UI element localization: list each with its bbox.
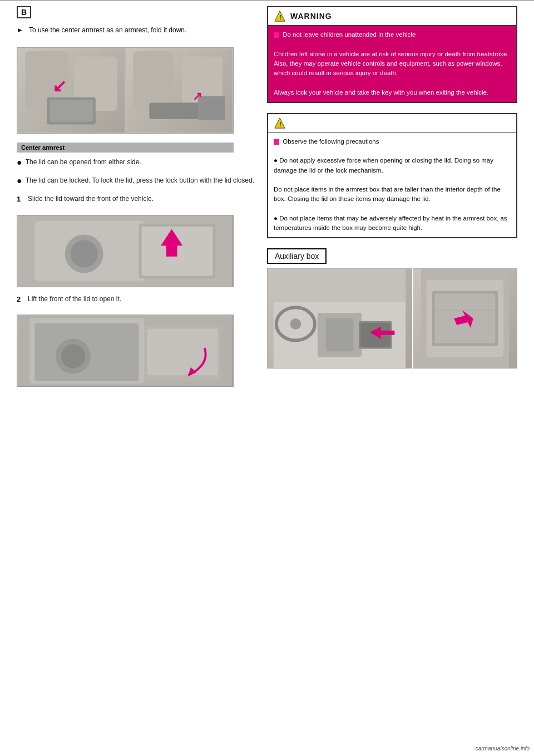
- armrest-right-image: ↗: [125, 48, 233, 133]
- svg-text:!: !: [279, 14, 281, 21]
- warning-body: Do not leave children unattended in the …: [268, 26, 516, 102]
- caution-line-3: Do not place items that may be adversely…: [274, 215, 507, 231]
- bullet-2: ● The lid can be locked. To lock the lid…: [17, 175, 256, 186]
- auxiliary-box-label: Auxiliary box: [267, 248, 327, 264]
- step-2: 2 Lift the front of the lid to open it.: [17, 294, 256, 305]
- section-b-description: To use the center armrest as an armrest,…: [29, 25, 256, 35]
- bullet-1: ● The lid can be opened from either side…: [17, 157, 256, 168]
- warning-body-text: Do not leave children unattended in the …: [274, 30, 511, 97]
- auxiliary-box-image: [267, 268, 517, 369]
- cupholder-image-2: [17, 315, 234, 387]
- right-column: ! WARNING Do not leave children unattend…: [267, 6, 517, 389]
- page-container: B ► To use the center armrest as an armr…: [0, 0, 534, 756]
- caution-body: Observe the following precautions ● Do n…: [268, 132, 516, 238]
- left-column: B ► To use the center armrest as an armr…: [17, 6, 256, 389]
- warning-square-icon: [274, 32, 279, 38]
- armrest-caption: Center armrest: [17, 143, 234, 153]
- step-1: 1 Slide the lid toward the front of the …: [17, 194, 256, 205]
- aux-right-svg: [413, 269, 517, 368]
- caution-triangle-icon: !: [274, 117, 286, 129]
- step-1-num: 1: [17, 194, 24, 205]
- svg-point-21: [61, 345, 85, 369]
- armrest-right-svg: ↗: [126, 48, 233, 132]
- cupholder-svg-1: [17, 215, 233, 287]
- svg-rect-3: [50, 100, 93, 122]
- warning-line-2: Children left alone in a vehicle are at …: [274, 51, 509, 77]
- caution-bullet-dot-1: ●: [274, 157, 278, 164]
- arrow-icon: ►: [17, 25, 23, 35]
- aux-image-right: [412, 268, 517, 369]
- caution-body-text: Observe the following precautions ● Do n…: [274, 137, 511, 233]
- svg-text:↗: ↗: [192, 90, 202, 103]
- caution-square-icon: [274, 139, 279, 145]
- caution-bullet-dot-2: ●: [274, 215, 278, 222]
- warning-triangle-icon: !: [274, 10, 286, 22]
- step-2-text: Lift the front of the lid to open it.: [28, 294, 256, 304]
- warning-line-3: Always lock your vehicle and take the ke…: [274, 89, 488, 96]
- step-1-text: Slide the lid toward the front of the ve…: [28, 194, 256, 204]
- bullet-dot-1: ●: [17, 157, 22, 168]
- armrest-image: ↙ ↗: [17, 47, 234, 134]
- watermark: carmanualsonline.info: [476, 745, 530, 752]
- cupholder-svg-2: [17, 315, 233, 386]
- bullet-2-text: The lid can be locked. To lock the lid, …: [26, 175, 256, 185]
- svg-rect-5: [133, 51, 174, 111]
- step-2-num: 2: [17, 294, 24, 305]
- svg-point-37: [290, 318, 301, 330]
- svg-point-13: [71, 240, 98, 267]
- caution-heading: Observe the following precautions: [283, 138, 379, 145]
- armrest-left-image: ↙: [17, 48, 125, 133]
- section-b-box: B: [17, 6, 31, 18]
- caution-box: ! Observe the following precautions ● Do…: [267, 113, 517, 239]
- bullet-dot-2: ●: [17, 175, 22, 186]
- caution-line-1: Do not apply excessive force when openin…: [274, 157, 493, 173]
- caution-header: !: [268, 114, 516, 132]
- svg-rect-23: [147, 329, 218, 376]
- caution-line-2: Do not place items in the armrest box th…: [274, 186, 501, 202]
- section-b-header: B: [17, 6, 256, 18]
- svg-text:!: !: [279, 121, 281, 127]
- aux-image-left: [267, 268, 412, 369]
- auxiliary-box-section: Auxiliary box: [267, 248, 517, 369]
- svg-rect-32: [326, 318, 353, 351]
- aux-left-svg: [268, 269, 412, 368]
- warning-title: WARNING: [290, 12, 332, 21]
- bullet-1-text: The lid can be opened from either side.: [26, 157, 256, 167]
- cupholder-image-1: [17, 215, 234, 287]
- armrest-left-svg: ↙: [18, 48, 125, 132]
- svg-text:↙: ↙: [52, 76, 67, 96]
- warning-line-1: Do not leave children unattended in the …: [283, 31, 416, 38]
- main-content: B ► To use the center armrest as an armr…: [0, 1, 534, 406]
- section-description: ► To use the center armrest as an armres…: [17, 25, 256, 35]
- warning-header: ! WARNING: [268, 7, 516, 26]
- warning-box: ! WARNING Do not leave children unattend…: [267, 6, 517, 103]
